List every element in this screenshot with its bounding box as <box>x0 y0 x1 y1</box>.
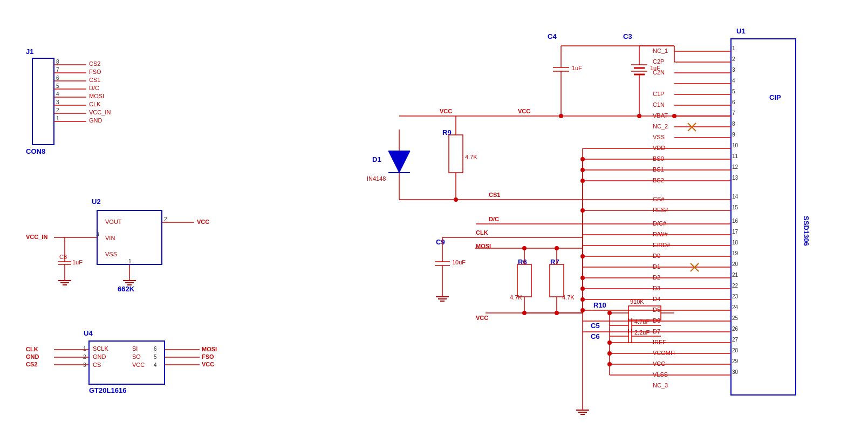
u4-cs2-net: CS2 <box>26 361 37 367</box>
d1-type: IN4148 <box>367 175 386 182</box>
vcc-net-c3: VCC <box>518 108 530 114</box>
u1-d1-label: D1 <box>653 263 660 270</box>
u1-pin15-num: 15 <box>732 205 739 210</box>
j1-type-label: CON8 <box>26 147 45 155</box>
u1-c2p-label: C2P <box>653 58 664 65</box>
j1-pin6-label: CS1 <box>89 77 100 83</box>
u1-pin20-num: 20 <box>732 261 739 267</box>
u1-pin13-num: 13 <box>732 175 739 181</box>
u4-cs-label: CS <box>93 362 101 368</box>
c9-value: 10uF <box>452 259 466 265</box>
u2-vin-label: VIN <box>105 235 115 241</box>
u1-pin30-num: 30 <box>732 369 739 375</box>
u2-type-label: 662K <box>118 285 135 293</box>
junction-r6-mosi <box>522 246 527 250</box>
u1-pin19-num: 19 <box>732 250 739 256</box>
u1-d0-label: D0 <box>653 253 660 259</box>
u4-gnd-label: GND <box>93 353 106 360</box>
u1-pin22-num: 22 <box>732 283 739 289</box>
j1-pin7-label: FSO <box>89 69 101 75</box>
u4-si-label: SI <box>132 345 138 352</box>
c6-label: C6 <box>591 332 600 340</box>
j1-pin3-num: 3 <box>56 99 59 105</box>
u1-pin28-num: 28 <box>732 347 739 353</box>
u1-c2n-label: C2N <box>653 69 665 76</box>
u1-erdhash-label: E/RD# <box>653 242 671 248</box>
c9-label: C9 <box>436 238 445 246</box>
u1-iref-label: IREF <box>653 339 666 345</box>
r10-label: R10 <box>593 301 606 309</box>
c4-value: 1uF <box>572 65 582 71</box>
clk-net: CLK <box>476 229 488 236</box>
r7-value: 4.7K <box>562 294 575 301</box>
junction-vcc-top <box>672 114 676 118</box>
u1-pin12-num: 12 <box>732 164 739 170</box>
u4-vcc-net2: VCC <box>202 361 214 367</box>
c5-value: 4.7uF <box>634 318 650 325</box>
schematic-canvas: J1 8 7 6 5 4 3 2 1 CS2 FSO CS1 D/C MOSI … <box>0 0 868 443</box>
u1-vss-label: VSS <box>653 134 665 140</box>
u1-bs2-label: BS2 <box>653 177 664 183</box>
u1-pin29-num: 29 <box>732 358 739 364</box>
u1-pin27-num: 27 <box>732 337 739 343</box>
u1-reshash-label: RES# <box>653 207 669 213</box>
u2-pin1-num: 1 <box>128 258 132 264</box>
r6-value: 4.7K <box>510 294 522 301</box>
junction-1 <box>454 197 458 202</box>
junction-c3 <box>637 114 641 118</box>
j1-pin4-label: MOSI <box>89 93 104 99</box>
junction-iref <box>607 340 612 345</box>
junction-r7-mosi <box>555 246 559 250</box>
u2-vcc-net: VCC <box>197 219 209 225</box>
c8-label: C8 <box>59 254 67 260</box>
u1-vlss-label: VLSS <box>653 371 668 378</box>
c8-value: 1uF <box>72 259 83 265</box>
j1-pin4-num: 4 <box>56 91 59 97</box>
u2-pin2-num: 2 <box>164 216 167 222</box>
u4-pin1-num: 1 <box>83 346 86 352</box>
u1-pin23-num: 23 <box>732 294 739 299</box>
u1-pin2-num: 2 <box>732 56 735 62</box>
u1-pin8-num: 8 <box>732 121 735 127</box>
u4-mosi-net: MOSI <box>202 346 217 352</box>
u1-bs1-label: BS1 <box>653 166 664 173</box>
j1-pin6-num: 6 <box>56 75 59 81</box>
u2-vout-label: VOUT <box>105 219 122 225</box>
u4-clk-net: CLK <box>26 346 38 352</box>
u1-dchash-label: D/C# <box>653 220 667 227</box>
u1-pin10-num: 10 <box>732 142 739 148</box>
u1-pin24-num: 24 <box>732 304 739 310</box>
u1-vcc-label: VCC <box>653 360 665 367</box>
u1-d4-label: D4 <box>653 296 660 302</box>
u1-pin7-num: 7 <box>732 110 735 116</box>
j1-pin2-num: 2 <box>56 107 59 113</box>
u1-cshash-label: CS# <box>653 196 665 202</box>
c6-value: 2.2uF <box>634 329 650 336</box>
u1-nc2-label: NC_2 <box>653 123 668 130</box>
u2-vccin-net: VCC_IN <box>26 234 47 240</box>
j1-pin8-num: 8 <box>56 59 59 65</box>
u1-pin5-num: 5 <box>732 88 735 94</box>
u1-pin21-num: 21 <box>732 272 739 278</box>
u1-bs0-label: BS0 <box>653 155 664 162</box>
c3-label: C3 <box>623 32 632 40</box>
u1-pin4-num: 4 <box>732 78 735 84</box>
j1-pin7-num: 7 <box>56 67 59 73</box>
u4-type-label: GT20L1616 <box>89 386 126 394</box>
u1-nc3-label: NC_3 <box>653 382 668 389</box>
j1-pin8-label: CS2 <box>89 60 100 67</box>
j1-pin5-label: D/C <box>89 85 99 91</box>
j1-pin1-num: 1 <box>56 115 59 121</box>
u1-pin16-num: 16 <box>732 218 739 224</box>
j1-pin5-num: 5 <box>56 83 59 89</box>
c4-label: C4 <box>548 32 557 40</box>
u1-d3-label: D3 <box>653 285 660 291</box>
u4-pin4-num: 4 <box>154 362 157 368</box>
u4-fso-net: FSO <box>202 353 214 360</box>
u1-pin26-num: 26 <box>732 326 739 332</box>
u1-pin3-num: 3 <box>732 67 735 73</box>
u1-c1p-label: C1P <box>653 91 664 97</box>
u1-d2-label: D2 <box>653 274 660 281</box>
u4-sclk-label: SCLK <box>93 345 108 352</box>
u1-vbat-label: VBAT <box>653 112 668 119</box>
